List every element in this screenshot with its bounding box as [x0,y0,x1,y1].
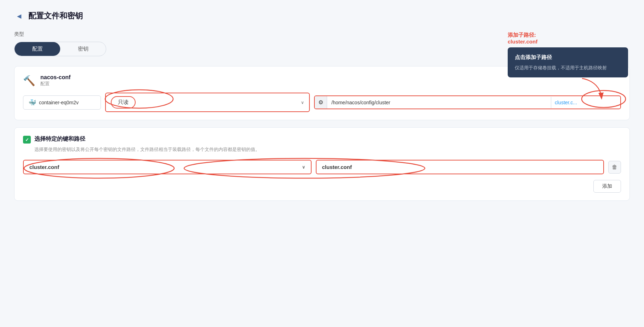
annotation-line2: cluster.conf [508,39,537,45]
type-toggle: 配置 密钥 [14,42,106,56]
key-path-desc: 选择要使用的密钥以及将公开每个密钥的文件路径，文件路径相当于装载路径，每个文件的… [34,146,621,153]
back-icon: ◀ [17,13,21,19]
key-path-section: 选择特定的键和路径 选择要使用的密钥以及将公开每个密钥的文件路径，文件路径相当于… [14,127,630,201]
type-secret-button[interactable]: 密钥 [60,42,106,56]
gear-icon[interactable]: ⚙ [315,96,327,109]
config-name: nacos-conf [40,74,70,81]
readonly-dropdown[interactable]: 只读 ∨ [105,93,310,112]
page-title: 配置文件和密钥 [28,11,83,21]
red-arrow-icon [579,77,607,101]
tooltip-container: 添加子路径: cluster.conf 点击添加子路径 仅适用于存储卷挂载，不适… [508,32,628,77]
add-button[interactable]: 添加 [593,180,621,193]
key-path-title: 选择特定的键和路径 [34,135,85,143]
checkbox-checked-icon[interactable] [23,136,31,144]
path-input-field[interactable]: cluster.conf [316,160,604,174]
trash-icon: 🗑 [612,164,617,170]
chevron-down-icon: ∨ [301,100,304,105]
tooltip-desc: 仅适用于存储卷挂载，不适用于主机路径映射 [515,64,621,72]
tooltip-title: 点击添加子路径 [515,53,621,62]
tooltip-annotation: 添加子路径: cluster.conf [508,32,628,45]
type-config-button[interactable]: 配置 [15,42,60,56]
delete-button[interactable]: 🗑 [608,161,621,174]
path-field-value: cluster.conf [322,164,352,170]
mount-row: 🐳 container-eq0m2v 只读 ∨ ⚙ /home/nacos/co… [23,93,621,112]
checkbox-header: 选择特定的键和路径 [23,135,621,144]
page-header: ◀ 配置文件和密钥 [14,11,630,21]
path-field: ⚙ /home/nacos/config/cluster [314,95,621,109]
key-dropdown[interactable]: cluster.conf ∨ [23,160,312,174]
container-name: container-eq0m2v [39,100,79,105]
container-selector[interactable]: 🐳 container-eq0m2v [23,95,101,110]
path-value: /home/nacos/config/cluster [327,97,551,108]
config-card: 🔨 nacos-conf 配置 🐳 container-eq0m2v 只读 ∨ … [14,66,630,120]
config-type-label: 配置 [40,81,70,87]
back-button[interactable]: ◀ [14,11,24,21]
key-chevron-icon: ∨ [302,165,305,170]
key-path-row: cluster.conf ∨ cluster.conf 🗑 [23,160,621,174]
hammer-icon: 🔨 [23,75,35,87]
readonly-label: 只读 [111,96,136,109]
key-value: cluster.conf [29,164,59,170]
annotation-line1: 添加子路径: [508,32,536,38]
tooltip-box: 点击添加子路径 仅适用于存储卷挂载，不适用于主机路径映射 [508,47,628,77]
container-icon: 🐳 [28,99,36,106]
